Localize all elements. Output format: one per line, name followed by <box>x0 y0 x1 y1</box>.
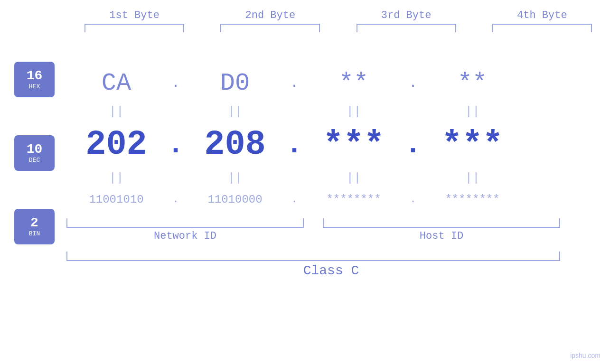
hex-byte1: CA <box>102 69 131 97</box>
hex-byte2: D0 <box>220 69 250 97</box>
class-bracket <box>66 252 560 261</box>
dec-dot1: . <box>167 129 184 161</box>
equals-row-2: || || || || <box>66 171 596 185</box>
hex-number: 16 <box>27 69 43 84</box>
eq1-b2: || <box>227 104 242 119</box>
watermark: ipshu.com <box>570 352 601 359</box>
hex-badge: 16 HEX <box>14 62 55 97</box>
eq2-b3: || <box>346 171 361 185</box>
bin-dot1: . <box>172 194 178 205</box>
dec-dot2: . <box>286 129 303 161</box>
class-label: Class C <box>303 263 359 278</box>
bin-byte3: ******** <box>326 193 381 206</box>
eq2-b4: || <box>465 171 479 185</box>
host-bracket <box>323 218 560 228</box>
bin-byte1: 11001010 <box>89 193 143 206</box>
bottom-brackets-row <box>66 218 596 228</box>
dec-badge: 10 DEC <box>14 135 55 171</box>
network-bracket <box>66 218 304 228</box>
main-container: 1st Byte 2nd Byte 3rd Byte 4th Byte 16 H… <box>0 0 610 364</box>
dec-base: DEC <box>29 157 40 164</box>
dec-row: 202 . 208 . *** . *** <box>66 119 596 171</box>
network-host-brackets: Network ID Host ID <box>66 218 596 242</box>
network-id-label: Network ID <box>154 230 216 242</box>
top-brackets <box>0 24 610 32</box>
byte1-header: 1st Byte <box>109 9 160 21</box>
bracket-top-1 <box>84 24 184 32</box>
hex-base: HEX <box>29 83 40 90</box>
byte2-header: 2nd Byte <box>245 9 296 21</box>
eq1-b3: || <box>346 104 361 119</box>
hex-dot1: . <box>171 75 180 91</box>
class-section: Class C <box>66 252 596 278</box>
bracket-top-3 <box>357 24 456 32</box>
labels-column: 16 HEX 10 DEC 2 BIN <box>14 62 55 244</box>
bracket-top-4 <box>492 24 592 32</box>
eq1-b4: || <box>465 104 479 119</box>
bin-dot2: . <box>291 194 297 205</box>
bin-number: 2 <box>30 216 38 231</box>
equals-row-1: || || || || <box>66 104 596 119</box>
watermark-text: ipshu.com <box>570 352 601 359</box>
bin-byte2: 11010000 <box>207 193 262 206</box>
dec-byte1: 202 <box>85 125 147 164</box>
bracket-top-2 <box>220 24 320 32</box>
bin-badge: 2 BIN <box>14 209 55 244</box>
eq2-b2: || <box>227 171 242 185</box>
dec-number: 10 <box>27 142 43 157</box>
byte3-header: 3rd Byte <box>381 9 432 21</box>
hex-byte4: ** <box>458 69 487 97</box>
host-id-label: Host ID <box>420 230 463 242</box>
eq1-b1: || <box>109 104 123 119</box>
eq2-b1: || <box>109 171 123 185</box>
hex-byte3: ** <box>339 69 368 97</box>
network-host-labels-row: Network ID Host ID <box>66 230 596 242</box>
bin-byte4: ******** <box>445 193 499 206</box>
dec-byte2: 208 <box>204 125 266 164</box>
hex-dot3: . <box>409 75 417 91</box>
dec-byte3: *** <box>323 125 385 164</box>
rows-wrapper: CA . D0 . ** . ** || <box>66 47 596 278</box>
hex-dot2: . <box>290 75 299 91</box>
hex-row: CA . D0 . ** . ** <box>66 62 596 104</box>
dec-dot3: . <box>404 129 422 161</box>
dec-byte4: *** <box>441 125 503 164</box>
byte-headers: 1st Byte 2nd Byte 3rd Byte 4th Byte <box>0 9 610 21</box>
bin-dot3: . <box>410 194 416 205</box>
bin-base: BIN <box>29 230 40 237</box>
byte4-header: 4th Byte <box>517 9 567 21</box>
bin-row: 11001010 . 11010000 . ******** . *******… <box>66 185 596 214</box>
